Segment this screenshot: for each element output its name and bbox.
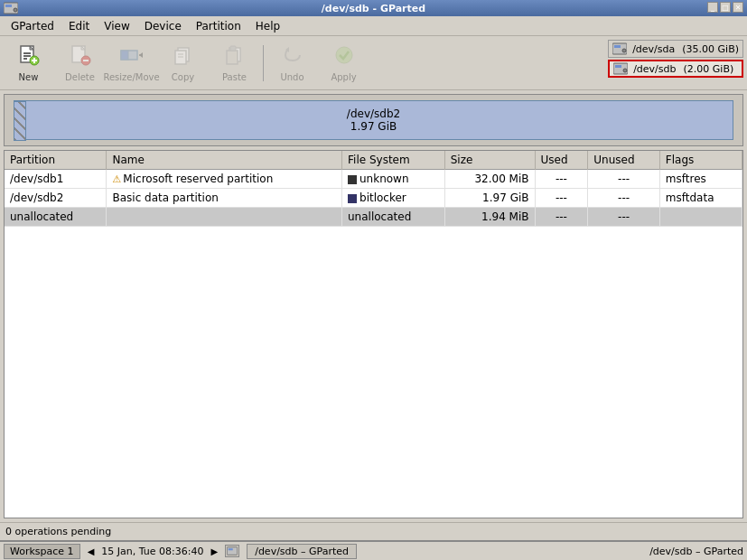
new-button[interactable]: New xyxy=(4,40,53,87)
taskbar-device-status: /dev/sdb – GParted xyxy=(649,546,743,557)
minimize-button[interactable]: _ xyxy=(707,2,718,13)
col-flags[interactable]: Flags xyxy=(659,151,742,170)
svg-rect-16 xyxy=(121,51,128,60)
partition-table: Partition Name File System Size Used Unu… xyxy=(5,151,742,227)
maximize-button[interactable]: □ xyxy=(720,2,731,13)
titlebar-text: /dev/sdb - GParted xyxy=(322,3,425,14)
table-row[interactable]: unallocatedunallocated1.94 MiB------ xyxy=(5,208,742,227)
cell-unused: --- xyxy=(588,170,660,189)
taskbar-icon xyxy=(225,545,239,557)
cell-name: ⚠Microsoft reserved partition xyxy=(107,170,342,189)
menu-view[interactable]: View xyxy=(97,18,136,34)
paste-button[interactable]: Paste xyxy=(210,40,259,87)
warning-icon: ⚠ xyxy=(112,173,121,185)
menubar: GParted Edit View Device Partition Help xyxy=(0,16,747,36)
taskbar-datetime: 15 Jan, Tue 08:36:40 xyxy=(101,546,203,557)
close-button[interactable]: ✕ xyxy=(733,2,743,13)
cell-used: --- xyxy=(535,208,588,227)
undo-label: Undo xyxy=(280,72,303,82)
taskbar-arrow-right[interactable]: ▶ xyxy=(210,546,218,556)
cell-size: 32.00 MiB xyxy=(444,170,535,189)
resize-label: Resize/Move xyxy=(103,72,159,82)
partition-stripe xyxy=(14,101,26,141)
apply-button[interactable]: Apply xyxy=(319,40,369,87)
undo-button[interactable]: Undo xyxy=(267,40,317,87)
copy-label: Copy xyxy=(172,72,194,82)
apply-icon xyxy=(333,44,355,70)
table-body: /dev/sdb1⚠Microsoft reserved partitionun… xyxy=(5,170,742,227)
taskbar-arrow-left[interactable]: ◀ xyxy=(88,546,95,556)
menu-edit[interactable]: Edit xyxy=(61,18,97,34)
status-text: 0 operations pending xyxy=(5,526,111,537)
table-row[interactable]: /dev/sdb1⚠Microsoft reserved partitionun… xyxy=(5,170,742,189)
partition-size: 1.97 GiB xyxy=(350,120,397,133)
toolbar-separator xyxy=(263,45,264,81)
col-used[interactable]: Used xyxy=(535,151,588,170)
col-unused[interactable]: Unused xyxy=(588,151,660,170)
col-partition[interactable]: Partition xyxy=(5,151,107,170)
cell-partition: unallocated xyxy=(5,208,107,227)
undo-icon xyxy=(282,44,303,70)
filesystem-icon xyxy=(348,175,357,184)
resize-button[interactable]: Resize/Move xyxy=(107,40,156,87)
menu-device[interactable]: Device xyxy=(137,18,189,34)
cell-flags: msftdata xyxy=(659,189,742,208)
cell-filesystem: unknown xyxy=(342,170,445,189)
svg-point-2 xyxy=(14,8,17,12)
delete-label: Delete xyxy=(65,72,95,82)
copy-icon xyxy=(173,44,194,70)
device-sda-path: /dev/sda xyxy=(632,43,675,55)
svg-point-31 xyxy=(622,49,626,52)
svg-rect-30 xyxy=(614,45,621,48)
table-header-row: Partition Name File System Size Used Unu… xyxy=(5,151,742,170)
svg-rect-26 xyxy=(230,46,236,51)
device-sda-size: (35.00 GiB) xyxy=(682,43,739,55)
title-icon xyxy=(4,2,20,14)
device-sdb-size: (2.00 GiB) xyxy=(684,63,734,75)
copy-button[interactable]: Copy xyxy=(158,40,208,87)
cell-filesystem: unallocated xyxy=(342,208,445,227)
svg-rect-35 xyxy=(227,547,237,555)
svg-point-34 xyxy=(623,69,627,72)
cell-unused: --- xyxy=(588,189,660,208)
apply-label: Apply xyxy=(331,72,356,82)
paste-label: Paste xyxy=(222,72,247,82)
titlebar-buttons[interactable]: _ □ ✕ xyxy=(707,2,743,13)
table-row[interactable]: /dev/sdb2Basic data partitionbitlocker1.… xyxy=(5,189,742,208)
col-size[interactable]: Size xyxy=(444,151,535,170)
partition-label: /dev/sdb2 xyxy=(347,107,400,120)
partition-table-area: Partition Name File System Size Used Unu… xyxy=(4,150,743,518)
taskbar-app[interactable]: /dev/sdb – GParted xyxy=(247,544,357,559)
partition-bar[interactable]: /dev/sdb2 1.97 GiB xyxy=(14,100,733,140)
new-icon xyxy=(18,44,40,70)
menu-help[interactable]: Help xyxy=(248,18,287,34)
delete-icon xyxy=(70,44,91,70)
new-label: New xyxy=(19,72,39,82)
device-sdb-path: /dev/sdb xyxy=(633,63,676,75)
menu-partition[interactable]: Partition xyxy=(189,18,248,34)
workspace-label[interactable]: Workspace 1 xyxy=(4,544,80,559)
cell-partition: /dev/sdb1 xyxy=(5,170,107,189)
cell-size: 1.94 MiB xyxy=(444,208,535,227)
device-sdb[interactable]: /dev/sdb (2.00 GiB) xyxy=(608,60,743,78)
partition-visual: /dev/sdb2 1.97 GiB xyxy=(4,94,743,146)
menu-gparted[interactable]: GParted xyxy=(4,18,61,34)
cell-used: --- xyxy=(535,170,588,189)
titlebar: /dev/sdb - GParted _ □ ✕ xyxy=(0,0,747,16)
cell-size: 1.97 GiB xyxy=(444,189,535,208)
resize-icon xyxy=(119,44,145,70)
col-name[interactable]: Name xyxy=(107,151,342,170)
svg-rect-25 xyxy=(227,51,238,64)
statusbar: 0 operations pending xyxy=(0,522,747,540)
cell-unused: --- xyxy=(588,208,660,227)
col-filesystem[interactable]: File System xyxy=(342,151,445,170)
cell-flags: msftres xyxy=(659,170,742,189)
svg-rect-33 xyxy=(615,65,621,68)
svg-point-28 xyxy=(336,47,352,63)
device-sda[interactable]: /dev/sda (35.00 GiB) xyxy=(608,40,743,58)
delete-button[interactable]: Delete xyxy=(55,40,105,87)
cell-filesystem: bitlocker xyxy=(342,189,445,208)
toolbar: New Delete Resize/Move xyxy=(0,36,747,90)
device-selector: /dev/sda (35.00 GiB) /dev/sdb (2.00 GiB) xyxy=(608,40,743,78)
paste-icon xyxy=(224,44,246,70)
